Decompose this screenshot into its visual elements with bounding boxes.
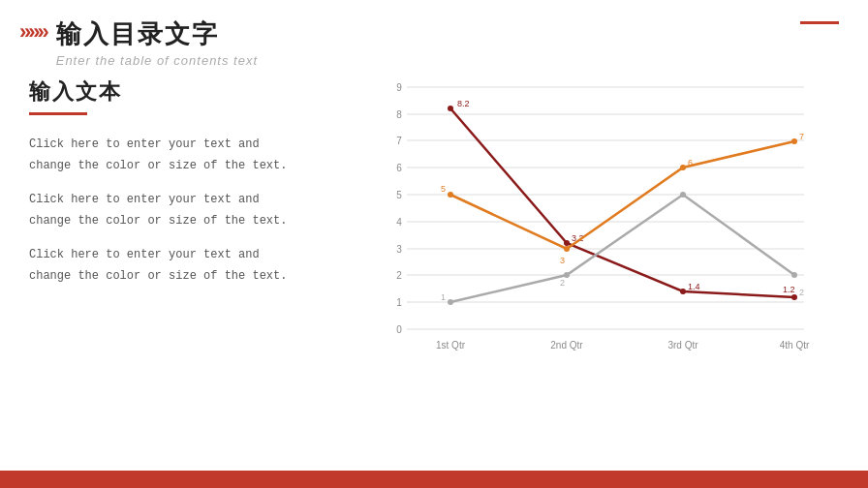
- svg-text:1.2: 1.2: [783, 285, 795, 294]
- header-line: [800, 21, 839, 24]
- header-title-zh: 输入目录文字: [56, 17, 258, 51]
- svg-point-34: [564, 246, 570, 252]
- text-block-1[interactable]: Click here to enter your text andchange …: [29, 135, 358, 176]
- svg-point-26: [564, 240, 570, 246]
- svg-text:1: 1: [396, 297, 402, 308]
- svg-text:8.2: 8.2: [457, 99, 470, 108]
- svg-point-40: [448, 299, 453, 305]
- svg-text:2nd Qtr: 2nd Qtr: [550, 340, 583, 351]
- svg-text:1: 1: [441, 292, 446, 302]
- text-block-2[interactable]: Click here to enter your text andchange …: [29, 190, 358, 231]
- chevron-icon: »»»: [19, 19, 46, 45]
- svg-point-38: [791, 138, 797, 144]
- svg-text:6: 6: [396, 163, 402, 173]
- svg-text:5: 5: [396, 190, 402, 200]
- svg-point-30: [791, 294, 797, 300]
- header-subtitle-en: Enter the table of contents text: [56, 53, 258, 68]
- chart-container: 0 1 2 3 4 5 6 7 8 9 1st Qtr 2nd Qtr 3rd …: [378, 77, 823, 358]
- header: »»» 输入目录文字 Enter the table of contents t…: [0, 0, 868, 68]
- svg-point-32: [448, 192, 453, 198]
- svg-text:4: 4: [396, 217, 402, 228]
- section-title: 输入文本: [29, 77, 358, 107]
- header-text-group: 输入目录文字 Enter the table of contents text: [56, 17, 258, 68]
- line-chart: 0 1 2 3 4 5 6 7 8 9 1st Qtr 2nd Qtr 3rd …: [378, 77, 823, 358]
- svg-text:2: 2: [799, 288, 804, 297]
- main-content: 输入文本 Click here to enter your text andch…: [0, 68, 868, 358]
- title-underline: [29, 112, 87, 115]
- svg-text:4th Qtr: 4th Qtr: [780, 340, 810, 351]
- left-panel: 输入文本 Click here to enter your text andch…: [29, 77, 358, 358]
- svg-point-24: [448, 106, 453, 111]
- bottom-bar: [0, 471, 868, 488]
- svg-point-44: [680, 192, 686, 198]
- svg-text:2: 2: [396, 270, 402, 281]
- svg-text:3: 3: [560, 256, 565, 265]
- svg-point-28: [680, 289, 686, 294]
- svg-text:9: 9: [396, 82, 402, 93]
- svg-text:3: 3: [396, 244, 402, 255]
- svg-text:1st Qtr: 1st Qtr: [436, 340, 466, 351]
- svg-text:7: 7: [396, 136, 402, 146]
- svg-point-45: [791, 272, 797, 278]
- svg-text:0: 0: [396, 324, 402, 335]
- svg-text:1.4: 1.4: [688, 282, 700, 291]
- svg-text:7: 7: [799, 132, 804, 141]
- svg-text:8: 8: [396, 109, 402, 120]
- svg-text:5: 5: [441, 184, 446, 194]
- svg-text:2: 2: [560, 278, 565, 288]
- svg-text:6: 6: [688, 158, 693, 168]
- svg-point-36: [680, 165, 686, 170]
- text-block-3[interactable]: Click here to enter your text andchange …: [29, 245, 358, 287]
- chart-panel: 0 1 2 3 4 5 6 7 8 9 1st Qtr 2nd Qtr 3rd …: [378, 77, 839, 358]
- svg-text:3rd Qtr: 3rd Qtr: [667, 340, 698, 351]
